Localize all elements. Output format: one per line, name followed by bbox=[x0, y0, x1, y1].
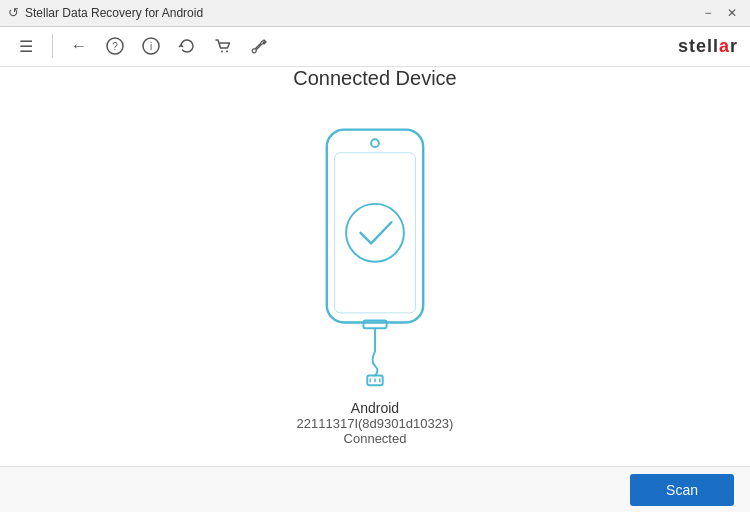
title-bar: ↺ Stellar Data Recovery for Android − ✕ bbox=[0, 0, 750, 27]
phone-container: Android 22111317I(8d9301d10323) Connecte… bbox=[295, 120, 455, 446]
scan-button[interactable]: Scan bbox=[630, 474, 734, 506]
stellar-logo: stellar bbox=[678, 36, 738, 57]
cart-icon[interactable] bbox=[209, 32, 237, 60]
main-content: Connected Device Android bbox=[0, 67, 750, 466]
toolbar: ☰ ← ? i stellar bbox=[0, 27, 750, 68]
page-title: Connected Device bbox=[293, 67, 456, 90]
device-info: Android 22111317I(8d9301d10323) Connecte… bbox=[297, 400, 454, 446]
svg-point-4 bbox=[221, 51, 223, 53]
svg-rect-6 bbox=[327, 130, 423, 323]
svg-point-5 bbox=[226, 51, 228, 53]
svg-point-7 bbox=[371, 139, 379, 147]
refresh-icon[interactable] bbox=[173, 32, 201, 60]
menu-icon[interactable]: ☰ bbox=[12, 32, 40, 60]
title-bar-controls: − ✕ bbox=[698, 3, 742, 23]
bottom-bar: Scan bbox=[0, 466, 750, 512]
phone-illustration bbox=[295, 120, 455, 390]
wrench-icon[interactable] bbox=[245, 32, 273, 60]
toolbar-divider bbox=[52, 34, 53, 58]
device-name: Android bbox=[297, 400, 454, 416]
app-icon: ↺ bbox=[8, 5, 19, 20]
close-button[interactable]: ✕ bbox=[722, 3, 742, 23]
help-icon[interactable]: ? bbox=[101, 32, 129, 60]
device-status: Connected bbox=[297, 431, 454, 446]
back-icon[interactable]: ← bbox=[65, 32, 93, 60]
svg-text:i: i bbox=[150, 41, 152, 52]
title-bar-left: ↺ Stellar Data Recovery for Android bbox=[8, 5, 203, 20]
svg-text:?: ? bbox=[112, 41, 118, 52]
title-bar-title: Stellar Data Recovery for Android bbox=[25, 6, 203, 20]
info-icon[interactable]: i bbox=[137, 32, 165, 60]
device-id: 22111317I(8d9301d10323) bbox=[297, 416, 454, 431]
minimize-button[interactable]: − bbox=[698, 3, 718, 23]
svg-point-9 bbox=[346, 204, 404, 262]
